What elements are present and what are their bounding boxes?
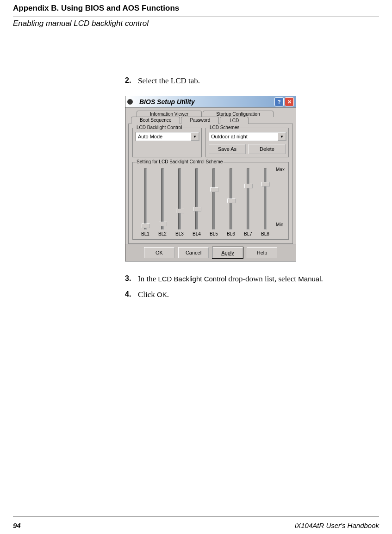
slider-bl1[interactable]: BL1 — [138, 168, 152, 236]
slider-bl8[interactable]: BL8 — [258, 168, 272, 236]
group-title-sliders: Setting for LCD Backlight Control Scheme — [136, 159, 224, 164]
delete-button[interactable]: Delete — [249, 144, 286, 154]
book-title: iX104AtR User's Handbook — [295, 522, 379, 529]
tab-boot-sequence[interactable]: Boot Sequence — [131, 117, 180, 124]
slider-thumb[interactable] — [159, 222, 167, 226]
step-2-text: Select the LCD tab. — [138, 76, 200, 86]
slider-track[interactable] — [178, 168, 181, 230]
slider-thumb[interactable] — [210, 187, 218, 192]
tab-information-viewer[interactable]: Information Viewer — [137, 111, 202, 117]
slider-label: BL4 — [193, 231, 201, 236]
slider-bl6[interactable]: BL6 — [224, 168, 238, 236]
slider-thumb[interactable] — [176, 209, 184, 213]
group-title-schemes: LCD Schemes — [209, 125, 240, 130]
lcd-schemes-value: Outdoor at night — [209, 134, 278, 139]
step-4-text: Click OK. — [138, 290, 169, 299]
lcd-schemes-dropdown[interactable]: Outdoor at night ▼ — [209, 132, 286, 141]
chevron-down-icon[interactable]: ▼ — [191, 132, 199, 141]
footer-rule — [13, 516, 379, 516]
group-lcd-backlight-control: LCD Backlight Control Auto Mode ▼ — [132, 128, 202, 157]
slider-track[interactable] — [264, 168, 267, 230]
bios-sysicon — [127, 99, 133, 105]
bios-title: BIOS Setup Utility — [133, 98, 274, 106]
slider-track[interactable] — [212, 168, 215, 230]
tab-password[interactable]: Password — [181, 117, 219, 124]
page-number: 94 — [13, 522, 21, 529]
slider-thumb[interactable] — [261, 182, 270, 186]
slider-label: BL5 — [210, 231, 218, 236]
slider-track[interactable] — [144, 168, 147, 230]
slider-bl5[interactable]: BL5 — [207, 168, 221, 236]
titlebar-help-button[interactable]: ? — [274, 97, 284, 106]
backlight-control-value: Auto Mode — [136, 134, 191, 139]
step-2-number: 2. — [125, 76, 138, 86]
help-button[interactable]: Help — [247, 247, 277, 258]
dialog-button-row: OK Cancel Apply Help — [125, 244, 296, 261]
slider-thumb[interactable] — [193, 207, 201, 211]
ok-button[interactable]: OK — [144, 247, 174, 258]
slider-label: BL7 — [244, 231, 252, 236]
slider-track[interactable] — [247, 168, 249, 230]
backlight-control-dropdown[interactable]: Auto Mode ▼ — [136, 132, 199, 141]
step-3-number: 3. — [125, 274, 138, 284]
slider-thumb[interactable] — [227, 199, 236, 203]
lcd-panel: LCD Backlight Control Auto Mode ▼ LCD Sc… — [128, 124, 293, 244]
chevron-down-icon[interactable]: ▼ — [278, 132, 286, 141]
scale-min: Min — [276, 222, 285, 227]
group-title-backlight: LCD Backlight Control — [136, 125, 183, 130]
group-lcd-schemes: LCD Schemes Outdoor at night ▼ Save As D… — [205, 128, 289, 157]
slider-label: BL1 — [141, 231, 149, 236]
slider-label: BL2 — [158, 231, 167, 236]
group-sliders: Setting for LCD Backlight Control Scheme… — [132, 162, 289, 240]
tab-startup-configuration[interactable]: Startup Configuration — [203, 111, 274, 117]
slider-track[interactable] — [161, 168, 164, 230]
bios-setup-window: BIOS Setup Utility ? ✕ Information Viewe… — [125, 96, 296, 261]
section-subtitle: Enabling manual LCD backlight control — [13, 19, 379, 28]
slider-thumb[interactable] — [244, 184, 253, 188]
slider-label: BL3 — [175, 231, 184, 236]
slider-bl2[interactable]: BL2 — [156, 168, 169, 236]
slider-label: BL6 — [227, 231, 235, 236]
slider-bl4[interactable]: BL4 — [190, 168, 204, 236]
titlebar-close-button[interactable]: ✕ — [285, 97, 294, 106]
appendix-title: Appendix B. Using BIOS and AOS Functions — [13, 4, 379, 13]
scale-max: Max — [276, 167, 285, 172]
slider-thumb[interactable] — [142, 224, 150, 228]
step-3-text: In the LCD Backlight Control drop-down l… — [138, 274, 323, 284]
step-4-number: 4. — [125, 290, 138, 299]
apply-button[interactable]: Apply — [212, 247, 243, 258]
slider-label: BL8 — [261, 231, 269, 236]
cancel-button[interactable]: Cancel — [178, 247, 209, 258]
slider-track[interactable] — [230, 168, 232, 230]
save-as-button[interactable]: Save As — [209, 144, 246, 154]
slider-bl7[interactable]: BL7 — [241, 168, 255, 236]
slider-bl3[interactable]: BL3 — [173, 168, 187, 236]
slider-track[interactable] — [195, 168, 198, 230]
bios-titlebar: BIOS Setup Utility ? ✕ — [125, 96, 296, 108]
tab-lcd[interactable]: LCD — [220, 117, 249, 124]
